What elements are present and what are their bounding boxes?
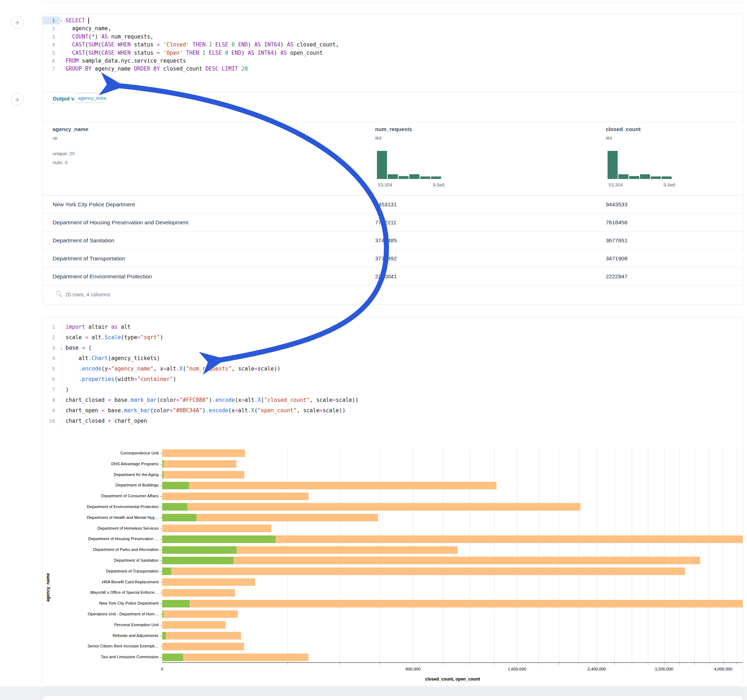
search-icon[interactable] [56, 291, 63, 297]
y-axis-label: Department of Buildings [53, 483, 159, 487]
code-line: 1∨SELECT [42, 17, 742, 24]
table-cell: 7782211 [375, 214, 396, 232]
gridline [413, 448, 413, 662]
column-stat: nulls: 0 [53, 160, 67, 165]
notebook-page: + + 1∨SELECT 2 agency_name,3 COUNT(*) AS… [0, 0, 747, 700]
table-row[interactable]: Department of Housing Preservation and D… [42, 214, 742, 232]
y-axis-label: Department of Transportation [53, 569, 159, 573]
gridline [709, 448, 709, 662]
gridline [614, 448, 615, 662]
code-line: 2 agency_name, [42, 24, 742, 32]
column-header[interactable]: num_requests [375, 126, 412, 132]
y-axis-label: Department of Health and Mental Hyg… [53, 515, 159, 520]
table-row[interactable]: Department of Sanitation37494853677651 [42, 232, 742, 249]
bar-closed_count [162, 493, 308, 500]
line-number: 1 [42, 17, 60, 24]
bar-open_count [162, 471, 163, 478]
histogram-min-label: 53,304 [609, 182, 623, 188]
chart: 0800,0001,600,0002,400,0003,200,0004,000… [42, 317, 742, 686]
y-axis-label: Refunds and Adjustments [53, 634, 159, 638]
gridline [380, 448, 380, 662]
table-row[interactable]: New York City Police Department945313194… [42, 196, 742, 214]
bar-closed_count [162, 525, 271, 532]
line-number: 6 [42, 57, 60, 65]
table-cell: 9443533 [606, 196, 628, 214]
histogram-max-label: 9.4e6 [664, 182, 675, 188]
x-axis-label: 3,200,000 [655, 667, 673, 671]
gridline [737, 448, 737, 662]
gridline [578, 448, 579, 662]
y-axis-label: Department of Homeless Services [53, 526, 159, 530]
y-axis-label: Correspondence Unit [53, 451, 159, 455]
table-cell: 3471908 [606, 249, 628, 267]
table-row[interactable]: Department of Environmental Protection22… [42, 267, 742, 285]
table-cell: 2240041 [375, 267, 397, 285]
table-cell: Department of Sanitation [53, 232, 114, 249]
code-line: 5 CAST(SUM(CASE WHEN status = 'Open' THE… [42, 49, 742, 57]
x-axis-label: 2,400,000 [587, 667, 606, 671]
bar-open_count [162, 514, 197, 521]
add-cell-button-top[interactable]: + [11, 16, 24, 29]
x-axis-label: 800,000 [406, 667, 421, 671]
y-axis-label: Senior Citizen Rent Increase Exempti… [53, 644, 159, 648]
column-histogram [608, 151, 673, 179]
bar-open_count [162, 460, 163, 468]
column-header[interactable]: closed_count [606, 126, 641, 132]
previous-cell-edge [42, 0, 743, 3]
sql-cell-card: 1∨SELECT 2 agency_name,3 COUNT(*) AS num… [42, 13, 743, 305]
bar-open_count [162, 567, 171, 575]
y-axis-label: Personal Exemption Unit [53, 623, 159, 627]
table-cell: Department of Transportation [53, 249, 126, 267]
table-cell: 2222847 [606, 267, 628, 285]
gridline [723, 448, 724, 662]
bar-closed_count [162, 557, 700, 564]
code-line: 3 COUNT(*) AS num_requests, [42, 33, 742, 41]
table-cell: New York City Police Department [53, 196, 135, 214]
y-axis-label: Department of Housing Preservation … [53, 537, 159, 541]
histogram-min-label: 53,304 [378, 182, 392, 188]
bar-closed_count [162, 643, 244, 650]
bar-open_count [162, 600, 189, 608]
chart-x-axis-title: closed_count, open_count [425, 677, 480, 682]
bar-open_count [162, 653, 183, 661]
y-axis-label: HRA Benefit Card Replacement [53, 580, 159, 584]
table-cell: 3774892 [375, 249, 397, 267]
column-header[interactable]: agency_name [53, 126, 88, 132]
y-axis-label: Taxi and Limousine Commission [53, 655, 159, 659]
sql-editor[interactable]: 1∨SELECT 2 agency_name,3 COUNT(*) AS num… [42, 17, 742, 73]
gridline [694, 448, 695, 662]
add-cell-button-middle[interactable]: + [11, 93, 24, 106]
column-histogram [377, 151, 443, 179]
bar-closed_count [162, 621, 225, 629]
gridline [632, 448, 632, 662]
bar-open_count [162, 503, 188, 511]
line-number: 2 [42, 24, 60, 32]
table-cell: 3749485 [375, 232, 397, 249]
table-row[interactable]: Department of Transportation377489234719… [42, 249, 742, 267]
y-axis-label: Department of Consumer Affairs [53, 494, 159, 498]
gridline [559, 448, 559, 662]
bar-closed_count [162, 600, 742, 608]
y-axis-label: Department of Parks and Recreation [53, 547, 159, 552]
bar-open_count [162, 610, 163, 618]
bar-closed_count [162, 653, 308, 661]
gridline [648, 448, 648, 662]
bar-closed_count [162, 460, 236, 468]
y-axis-label: Department of Sanitation [53, 558, 159, 563]
bar-open_count [162, 632, 166, 640]
line-number: 4 [42, 41, 60, 48]
gridline [597, 448, 597, 662]
gridline [517, 448, 517, 662]
cell-output-divider [42, 92, 742, 92]
column-type: i64 [375, 136, 381, 141]
y-axis-label: Mayorâ€ s Office of Special Enforce… [53, 590, 159, 594]
code-line: 4 CAST(SUM(CASE WHEN status = 'Closed' T… [42, 41, 742, 48]
bar-closed_count [162, 503, 581, 511]
table-cell: 7618456 [606, 214, 628, 232]
table-row-count: 20 rows, 4 columns [65, 292, 110, 297]
output-variable-pill[interactable]: agency_tickets [74, 93, 106, 103]
line-number: 3 [42, 33, 60, 41]
y-axis-label: Department for the Aging [53, 472, 159, 477]
bar-closed_count [162, 450, 245, 457]
table-top-border [42, 122, 742, 122]
